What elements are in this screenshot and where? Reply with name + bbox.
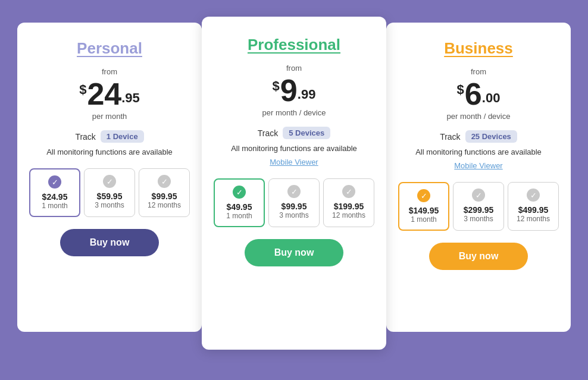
billing-duration-professional-2: 12 months	[329, 211, 369, 219]
monitoring-text-business: All monitoring functions are available	[398, 147, 559, 156]
billing-check-personal-1: ✓	[103, 175, 116, 188]
billing-duration-business-2: 12 months	[513, 215, 553, 223]
billing-option-business-1[interactable]: ✓ $299.95 3 months	[453, 182, 504, 231]
track-row-personal: Track 1 Device	[29, 130, 190, 143]
billing-option-personal-1[interactable]: ✓ $59.95 3 months	[84, 168, 135, 217]
price-row-professional: $ 9 .99	[214, 75, 374, 106]
price-period-personal: per month	[29, 112, 190, 121]
price-from-personal: from	[29, 67, 190, 76]
buy-button-professional[interactable]: Buy now	[245, 239, 344, 266]
device-badge-professional: 5 Devices	[283, 127, 330, 139]
price-cents-professional: .99	[298, 87, 316, 102]
billing-duration-personal-1: 3 months	[89, 201, 130, 209]
plan-card-professional: Professional from $ 9 .99 per month / de…	[202, 17, 386, 350]
billing-duration-business-0: 1 month	[404, 215, 443, 224]
billing-check-professional-0: ✓	[233, 186, 246, 199]
cards-container: Personal from $ 24 .95 per month Track 1…	[0, 23, 588, 350]
mobile-viewer-link-business[interactable]: Mobile Viewer	[398, 161, 559, 170]
price-cents-personal: .95	[121, 90, 140, 106]
billing-option-personal-0[interactable]: ✓ $24.95 1 month	[29, 168, 80, 217]
billing-options-business: ✓ $149.95 1 month ✓ $299.95 3 months ✓ $…	[398, 182, 559, 231]
billing-option-business-0[interactable]: ✓ $149.95 1 month	[398, 182, 449, 231]
billing-option-professional-0[interactable]: ✓ $49.95 1 month	[214, 178, 265, 227]
billing-options-personal: ✓ $24.95 1 month ✓ $59.95 3 months ✓ $99…	[29, 168, 190, 217]
billing-option-professional-1[interactable]: ✓ $99.95 3 months	[268, 178, 320, 227]
price-row-personal: $ 24 .95	[29, 78, 190, 109]
billing-option-business-2[interactable]: ✓ $499.95 12 months	[508, 182, 559, 231]
device-badge-business: 25 Devices	[465, 130, 517, 143]
billing-price-professional-2: $199.95	[329, 202, 369, 211]
billing-duration-personal-2: 12 months	[144, 201, 184, 209]
track-row-professional: Track 5 Devices	[214, 127, 374, 139]
price-main-business: 6	[465, 78, 482, 109]
billing-check-business-0: ✓	[417, 189, 430, 202]
plan-card-business: Business from $ 6 .00 per month / device…	[386, 23, 571, 332]
price-main-professional: 9	[280, 75, 298, 106]
price-from-professional: from	[214, 64, 374, 73]
billing-price-personal-1: $59.95	[89, 191, 130, 201]
billing-duration-professional-0: 1 month	[220, 212, 259, 220]
monitoring-text-professional: All monitoring functions are available	[214, 144, 374, 153]
billing-option-personal-2[interactable]: ✓ $99.95 12 months	[139, 168, 190, 217]
billing-duration-professional-1: 3 months	[274, 211, 314, 219]
plan-name-professional: Professional	[214, 36, 374, 54]
billing-price-personal-0: $24.95	[35, 192, 74, 202]
track-row-business: Track 25 Devices	[398, 130, 559, 143]
price-from-business: from	[398, 67, 559, 76]
billing-price-business-2: $499.95	[513, 205, 553, 215]
billing-check-personal-0: ✓	[48, 175, 61, 189]
billing-price-professional-0: $49.95	[220, 202, 259, 212]
billing-duration-business-1: 3 months	[458, 215, 499, 223]
plan-name-personal: Personal	[29, 39, 190, 58]
billing-check-business-2: ✓	[527, 189, 540, 202]
price-cents-business: .00	[482, 90, 501, 106]
buy-button-business[interactable]: Buy now	[429, 243, 528, 270]
price-dollar-business: $	[457, 82, 464, 98]
billing-check-professional-2: ✓	[342, 185, 355, 198]
device-badge-personal: 1 Device	[101, 130, 144, 143]
price-period-business: per month / device	[398, 112, 559, 121]
billing-price-business-0: $149.95	[404, 206, 443, 215]
billing-price-professional-1: $99.95	[274, 202, 314, 211]
price-row-business: $ 6 .00	[398, 78, 559, 109]
buy-button-personal[interactable]: Buy now	[60, 229, 159, 256]
billing-option-professional-2[interactable]: ✓ $199.95 12 months	[323, 178, 374, 227]
plan-card-personal: Personal from $ 24 .95 per month Track 1…	[17, 23, 202, 332]
billing-duration-personal-0: 1 month	[35, 202, 74, 210]
plan-name-business: Business	[398, 39, 559, 58]
track-label-business: Track	[440, 132, 460, 142]
price-dollar-personal: $	[79, 82, 86, 98]
billing-options-professional: ✓ $49.95 1 month ✓ $99.95 3 months ✓ $19…	[214, 178, 374, 227]
monitoring-text-personal: All monitoring functions are available	[29, 147, 190, 156]
track-label-personal: Track	[75, 132, 95, 142]
price-period-professional: per month / device	[214, 108, 374, 117]
billing-price-personal-2: $99.95	[144, 191, 184, 201]
mobile-viewer-link-professional[interactable]: Mobile Viewer	[214, 158, 374, 167]
track-label-professional: Track	[258, 128, 278, 138]
billing-check-personal-2: ✓	[158, 175, 171, 188]
price-dollar-professional: $	[273, 78, 280, 94]
price-main-personal: 24	[87, 78, 121, 109]
billing-price-business-1: $299.95	[458, 205, 499, 215]
billing-check-business-1: ✓	[472, 189, 485, 202]
billing-check-professional-1: ✓	[287, 185, 301, 198]
